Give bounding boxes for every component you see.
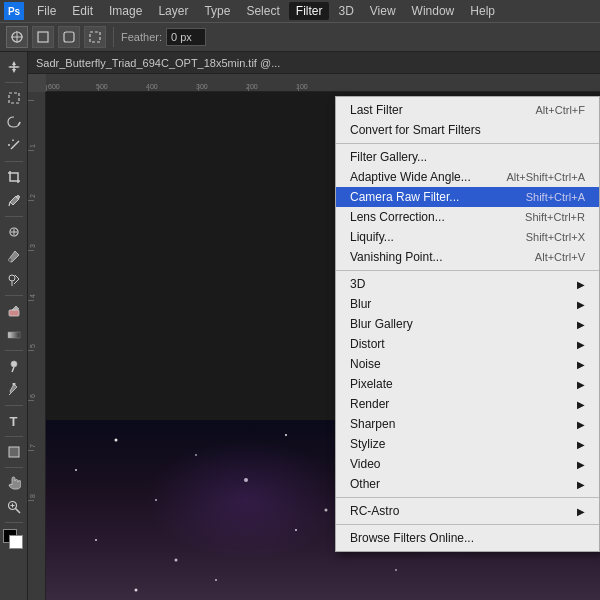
menu-layer[interactable]: Layer xyxy=(151,2,195,20)
menu-type[interactable]: Type xyxy=(197,2,237,20)
menu-item-3d[interactable]: 3D ▶ xyxy=(336,274,599,294)
menu-item-render-arrow: ▶ xyxy=(577,399,585,410)
app-logo: Ps xyxy=(4,2,24,20)
menu-window[interactable]: Window xyxy=(405,2,462,20)
menu-select[interactable]: Select xyxy=(239,2,286,20)
menu-item-other[interactable]: Other ▶ xyxy=(336,474,599,494)
svg-line-14 xyxy=(9,202,10,206)
menu-item-liquify[interactable]: Liquify... Shift+Ctrl+X xyxy=(336,227,599,247)
tool-lasso[interactable] xyxy=(3,111,25,133)
canvas-area: Sadr_Butterfly_Triad_694C_OPT_18x5min.ti… xyxy=(28,52,600,600)
menu-item-camera-raw[interactable]: Camera Raw Filter... Shift+Ctrl+A xyxy=(336,187,599,207)
feather-label: Feather: xyxy=(121,31,162,43)
tool-crop[interactable] xyxy=(3,166,25,188)
background-color[interactable] xyxy=(9,535,23,549)
menu-item-adaptive-wide-label: Adaptive Wide Angle... xyxy=(350,170,486,184)
menu-item-pixelate-label: Pixelate xyxy=(350,377,577,391)
menu-item-noise-label: Noise xyxy=(350,357,577,371)
menu-item-vanishing-point-shortcut: Alt+Ctrl+V xyxy=(535,251,585,263)
menu-item-blur-label: Blur xyxy=(350,297,577,311)
tool-mode-btn-4[interactable] xyxy=(84,26,106,48)
menu-item-liquify-label: Liquify... xyxy=(350,230,506,244)
menu-item-distort-label: Distort xyxy=(350,337,577,351)
tool-brush[interactable] xyxy=(3,245,25,267)
file-name: Sadr_Butterfly_Triad_694C_OPT_18x5min.ti… xyxy=(36,57,280,69)
tool-separator-8 xyxy=(5,467,23,468)
tool-eraser[interactable] xyxy=(3,300,25,322)
menu-item-lens-correction[interactable]: Lens Correction... Shift+Ctrl+R xyxy=(336,207,599,227)
svg-point-15 xyxy=(16,196,19,199)
menu-item-blur-gallery[interactable]: Blur Gallery ▶ xyxy=(336,314,599,334)
tool-separator xyxy=(5,82,23,83)
menu-item-3d-arrow: ▶ xyxy=(577,279,585,290)
menu-item-video[interactable]: Video ▶ xyxy=(336,454,599,474)
menu-item-blur-arrow: ▶ xyxy=(577,299,585,310)
tool-move[interactable] xyxy=(3,56,25,78)
svg-line-9 xyxy=(11,141,19,149)
menu-item-rc-astro[interactable]: RC-Astro ▶ xyxy=(336,501,599,521)
feather-input[interactable] xyxy=(166,28,206,46)
tool-text[interactable]: T xyxy=(3,410,25,432)
tool-mode-btn-1[interactable] xyxy=(6,26,28,48)
main-area: T xyxy=(0,52,600,600)
menu-item-vanishing-point-label: Vanishing Point... xyxy=(350,250,515,264)
menu-filter[interactable]: Filter xyxy=(289,2,330,20)
tool-mode-btn-3[interactable] xyxy=(58,26,80,48)
tool-separator-5 xyxy=(5,350,23,351)
tool-marquee[interactable] xyxy=(3,87,25,109)
menu-item-lens-correction-label: Lens Correction... xyxy=(350,210,505,224)
menu-item-adaptive-wide[interactable]: Adaptive Wide Angle... Alt+Shift+Ctrl+A xyxy=(336,167,599,187)
menu-item-convert-smart[interactable]: Convert for Smart Filters xyxy=(336,120,599,140)
tool-hand[interactable] xyxy=(3,472,25,494)
svg-rect-4 xyxy=(64,32,74,42)
menu-item-pixelate[interactable]: Pixelate ▶ xyxy=(336,374,599,394)
menu-item-browse-filters[interactable]: Browse Filters Online... xyxy=(336,528,599,548)
tool-clone-stamp[interactable] xyxy=(3,269,25,291)
svg-line-27 xyxy=(15,509,20,514)
svg-line-23 xyxy=(12,367,14,372)
tool-separator-2 xyxy=(5,161,23,162)
tool-eyedropper[interactable] xyxy=(3,190,25,212)
tool-gradient[interactable] xyxy=(3,324,25,346)
menu-edit[interactable]: Edit xyxy=(65,2,100,20)
tool-zoom[interactable] xyxy=(3,496,25,518)
menu-item-stylize[interactable]: Stylize ▶ xyxy=(336,434,599,454)
menu-item-noise-arrow: ▶ xyxy=(577,359,585,370)
menu-item-last-filter[interactable]: Last Filter Alt+Ctrl+F xyxy=(336,100,599,120)
menu-item-rc-astro-arrow: ▶ xyxy=(577,506,585,517)
menu-divider-2 xyxy=(336,270,599,271)
menu-item-adaptive-wide-shortcut: Alt+Shift+Ctrl+A xyxy=(506,171,585,183)
menu-help[interactable]: Help xyxy=(463,2,502,20)
menu-item-noise[interactable]: Noise ▶ xyxy=(336,354,599,374)
svg-point-22 xyxy=(11,361,17,367)
menu-item-blur[interactable]: Blur ▶ xyxy=(336,294,599,314)
menu-item-convert-smart-label: Convert for Smart Filters xyxy=(350,123,565,137)
menu-item-vanishing-point[interactable]: Vanishing Point... Alt+Ctrl+V xyxy=(336,247,599,267)
svg-point-19 xyxy=(9,275,15,281)
menu-3d[interactable]: 3D xyxy=(331,2,360,20)
tool-shape[interactable] xyxy=(3,441,25,463)
tool-healing[interactable] xyxy=(3,221,25,243)
menu-view[interactable]: View xyxy=(363,2,403,20)
file-tab[interactable]: Sadr_Butterfly_Triad_694C_OPT_18x5min.ti… xyxy=(28,52,600,74)
menu-item-3d-label: 3D xyxy=(350,277,577,291)
svg-point-35 xyxy=(285,434,287,436)
menu-image[interactable]: Image xyxy=(102,2,149,20)
menu-item-filter-gallery[interactable]: Filter Gallery... xyxy=(336,147,599,167)
svg-rect-25 xyxy=(9,447,19,457)
fg-bg-colors[interactable] xyxy=(3,529,25,551)
tool-magic-wand[interactable] xyxy=(3,135,25,157)
menu-item-other-label: Other xyxy=(350,477,577,491)
menu-item-sharpen[interactable]: Sharpen ▶ xyxy=(336,414,599,434)
tool-dodge[interactable] xyxy=(3,355,25,377)
ruler-top: 600 500 400 300 200 100 xyxy=(46,74,600,92)
menu-item-distort[interactable]: Distort ▶ xyxy=(336,334,599,354)
menu-item-render[interactable]: Render ▶ xyxy=(336,394,599,414)
svg-point-48 xyxy=(215,579,217,581)
tool-mode-btn-2[interactable] xyxy=(32,26,54,48)
menu-file[interactable]: File xyxy=(30,2,63,20)
svg-point-44 xyxy=(175,559,178,562)
tool-pen[interactable] xyxy=(3,379,25,401)
menu-item-camera-raw-label: Camera Raw Filter... xyxy=(350,190,506,204)
svg-point-46 xyxy=(395,569,397,571)
